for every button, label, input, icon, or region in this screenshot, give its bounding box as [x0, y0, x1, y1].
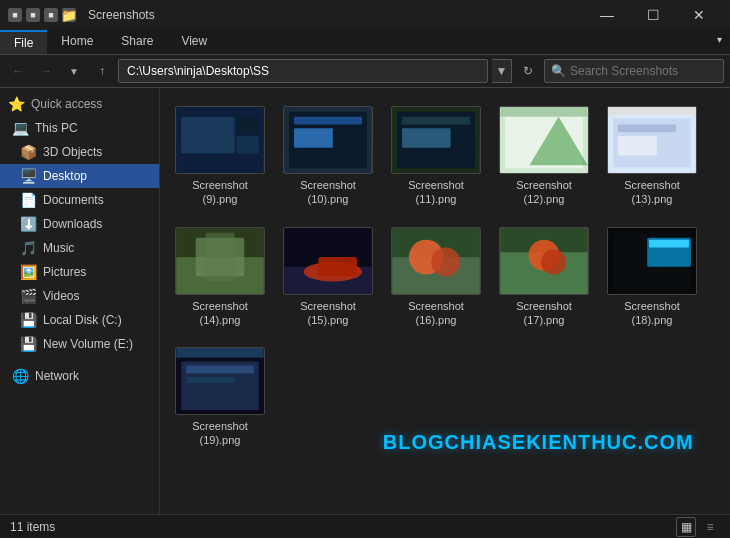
close-button[interactable]: ✕	[676, 0, 722, 30]
file-name: Screenshot (12).png	[498, 178, 590, 207]
file-thumbnail	[499, 227, 589, 295]
list-item[interactable]: Screenshot (19).png	[170, 341, 270, 454]
search-input[interactable]	[570, 64, 717, 78]
details-view-button[interactable]: ≡	[700, 517, 720, 537]
svg-rect-45	[186, 377, 235, 383]
refresh-button[interactable]: ↻	[516, 59, 540, 83]
search-icon: 🔍	[551, 64, 566, 78]
file-thumbnail	[391, 227, 481, 295]
tab-file[interactable]: File	[0, 30, 47, 54]
svg-point-36	[541, 249, 566, 274]
sidebar-item-desktop[interactable]: 🖥️ Desktop	[0, 164, 159, 188]
sidebar: ⭐ Quick access 💻 This PC 📦 3D Objects 🖥️…	[0, 88, 160, 514]
maximize-button[interactable]: ☐	[630, 0, 676, 30]
file-name: Screenshot (18).png	[606, 299, 698, 328]
music-icon: 🎵	[20, 240, 37, 256]
file-name: Screenshot (15).png	[282, 299, 374, 328]
sidebar-label-downloads: Downloads	[43, 217, 102, 231]
sidebar-label-quick-access: Quick access	[31, 97, 102, 111]
list-item[interactable]: Screenshot (15).png	[278, 221, 378, 334]
sidebar-item-documents[interactable]: 📄 Documents	[0, 188, 159, 212]
main-content: ⭐ Quick access 💻 This PC 📦 3D Objects 🖥️…	[0, 88, 730, 514]
file-name: Screenshot (9).png	[174, 178, 266, 207]
sidebar-item-network[interactable]: 🌐 Network	[0, 364, 159, 388]
tab-view[interactable]: View	[167, 30, 221, 54]
network-icon: 🌐	[12, 368, 29, 384]
large-icons-view-button[interactable]: ▦	[676, 517, 696, 537]
pictures-icon: 🖼️	[20, 264, 37, 280]
svg-rect-42	[176, 348, 263, 358]
svg-rect-1	[181, 117, 234, 154]
sidebar-item-videos[interactable]: 🎬 Videos	[0, 284, 159, 308]
title-bar: ■ ■ ■ 📁 Screenshots — ☐ ✕	[0, 0, 730, 30]
list-item[interactable]: Screenshot (10).png	[278, 100, 378, 213]
search-box[interactable]: 🔍	[544, 59, 724, 83]
app-icon-3: ■	[44, 8, 58, 22]
sidebar-label-pictures: Pictures	[43, 265, 86, 279]
3d-objects-icon: 📦	[20, 144, 37, 160]
svg-rect-28	[318, 257, 357, 276]
up-button[interactable]: ↑	[90, 59, 114, 83]
ribbon-expand-btn[interactable]: ▾	[709, 30, 730, 54]
minimize-button[interactable]: —	[584, 0, 630, 30]
file-name: Screenshot (19).png	[174, 419, 266, 448]
forward-button[interactable]: →	[34, 59, 58, 83]
sidebar-label-videos: Videos	[43, 289, 79, 303]
file-name: Screenshot (13).png	[606, 178, 698, 207]
list-item[interactable]: Screenshot (9).png	[170, 100, 270, 213]
file-name: Screenshot (11).png	[390, 178, 482, 207]
svg-rect-15	[500, 107, 587, 117]
file-thumbnail	[283, 227, 373, 295]
tab-share[interactable]: Share	[107, 30, 167, 54]
list-item[interactable]: Screenshot (18).png	[602, 221, 702, 334]
new-volume-e-icon: 💾	[20, 336, 37, 352]
tab-home[interactable]: Home	[47, 30, 107, 54]
sidebar-item-new-volume-e[interactable]: 💾 New Volume (E:)	[0, 332, 159, 356]
file-thumbnail	[175, 106, 265, 174]
list-item[interactable]: Screenshot (17).png	[494, 221, 594, 334]
svg-rect-3	[237, 136, 259, 153]
file-thumbnail	[607, 106, 697, 174]
sidebar-item-this-pc[interactable]: 💻 This PC	[0, 116, 159, 140]
ribbon-tabs: File Home Share View ▾	[0, 30, 730, 54]
window-title: Screenshots	[88, 8, 584, 22]
address-dropdown-button[interactable]: ▼	[492, 59, 512, 83]
file-thumbnail	[283, 106, 373, 174]
file-name: Screenshot (17).png	[498, 299, 590, 328]
this-pc-icon: 💻	[12, 120, 29, 136]
folder-icon: 📁	[62, 8, 76, 22]
list-item[interactable]: Screenshot (12).png	[494, 100, 594, 213]
file-area: Screenshot (9).png Screenshot (10).png S…	[160, 88, 730, 514]
svg-rect-6	[294, 117, 362, 125]
recent-locations-button[interactable]: ▼	[62, 59, 86, 83]
view-toggle: ▦ ≡	[676, 517, 720, 537]
list-item[interactable]: Screenshot (16).png	[386, 221, 486, 334]
sidebar-item-pictures[interactable]: 🖼️ Pictures	[0, 260, 159, 284]
title-bar-icons: ■ ■ ■ 📁	[8, 8, 76, 22]
app-icon-1: ■	[8, 8, 22, 22]
address-input[interactable]	[118, 59, 488, 83]
sidebar-item-downloads[interactable]: ⬇️ Downloads	[0, 212, 159, 236]
sidebar-label-desktop: Desktop	[43, 169, 87, 183]
svg-rect-11	[402, 128, 451, 147]
svg-rect-20	[618, 136, 657, 155]
svg-rect-40	[649, 239, 689, 247]
list-item[interactable]: Screenshot (13).png	[602, 100, 702, 213]
window-controls: — ☐ ✕	[584, 0, 722, 30]
item-count: 11 items	[10, 520, 55, 534]
sidebar-item-quick-access[interactable]: ⭐ Quick access	[0, 92, 159, 116]
sidebar-item-music[interactable]: 🎵 Music	[0, 236, 159, 260]
sidebar-item-local-disk-c[interactable]: 💾 Local Disk (C:)	[0, 308, 159, 332]
back-button[interactable]: ←	[6, 59, 30, 83]
list-item[interactable]: Screenshot (14).png	[170, 221, 270, 334]
sidebar-label-local-disk-c: Local Disk (C:)	[43, 313, 122, 327]
sidebar-label-network: Network	[35, 369, 79, 383]
sidebar-item-3d-objects[interactable]: 📦 3D Objects	[0, 140, 159, 164]
videos-icon: 🎬	[20, 288, 37, 304]
status-bar: 11 items ▦ ≡	[0, 514, 730, 538]
downloads-icon: ⬇️	[20, 216, 37, 232]
svg-rect-44	[186, 366, 254, 374]
list-item[interactable]: Screenshot (11).png	[386, 100, 486, 213]
svg-rect-10	[402, 117, 470, 125]
file-name: Screenshot (10).png	[282, 178, 374, 207]
